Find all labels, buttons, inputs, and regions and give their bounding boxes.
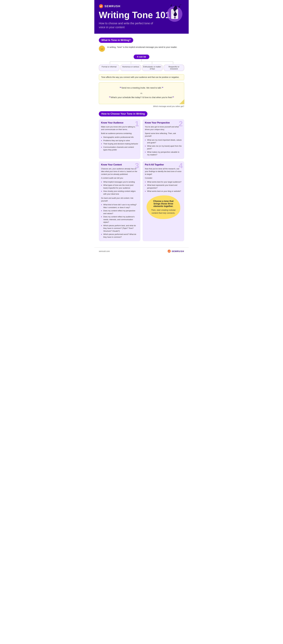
how-to-section: How to Choose Your Tone in Writing 1 Kno…: [99, 111, 184, 241]
close-quote-2: ": [172, 96, 174, 100]
svg-line-11: [180, 4, 181, 5]
footer-logo-icon: [167, 250, 171, 253]
tone-type-3: Enthusiastic or matter-of-fact: [142, 65, 163, 71]
card-intro-1: Make sure you know who you're talking to…: [101, 126, 138, 131]
card-list-item: What makes my perspective valuable to my…: [145, 151, 182, 156]
footer-logo: SEMRUSH: [167, 250, 184, 253]
card-list-item: Demographic and/or professional info: [101, 136, 138, 138]
card-list-item: What are my most important ideals, value…: [145, 138, 182, 144]
card-list-item: Which pieces perform best, and what do t…: [101, 224, 138, 232]
open-quote-1: ": [120, 86, 121, 90]
card-subheading-2: Spend some time reflecting. Then, ask yo…: [145, 132, 182, 138]
card-title-3: Know Your Content: [101, 164, 138, 166]
quote-box: "Send me a meeting invite. We need to ta…: [99, 82, 184, 104]
vs-text: vs.: [102, 92, 181, 94]
card-list-item: What kind of tone did I use in my writin…: [101, 203, 138, 209]
cards-row-1: 1 Know Your Audience Make sure you know …: [99, 119, 184, 159]
card-subheading-3b: Go back and audit your old content. Ask …: [101, 197, 138, 202]
cta-bold-text: Choose a tone that brings those three el…: [150, 200, 176, 208]
card-title-2: Know Your Perspective: [145, 122, 182, 124]
card-list-item: Which pieces performed worst? What do th…: [101, 233, 138, 238]
semrush-logo-icon: [99, 4, 103, 8]
card-intro-2: You've also got to know yourself and wha…: [145, 126, 182, 131]
tone-impact-box: Tone affects the way you connect with yo…: [99, 74, 184, 80]
tone-tree: it can be Formal or informal Humorous or…: [99, 54, 184, 71]
card-list-3b: What kind of tone did I use in my writin…: [101, 203, 138, 238]
card-list-item: Communication channels and content types…: [101, 146, 138, 151]
card-list-item: What best represents your brand and pers…: [145, 184, 182, 189]
close-quote-1: ": [162, 86, 163, 90]
quote-2: What's your schedule like today? I'd lov…: [111, 96, 172, 98]
how-to-section-label: How to Choose Your Tone in Writing: [99, 111, 147, 116]
card-list-item: What types of tone are the most (and lea…: [101, 184, 138, 189]
tone-intro: 😊 In writing, "tone" is the implicit emo…: [99, 46, 184, 52]
card-know-audience: 1 Know Your Audience Make sure you know …: [99, 119, 140, 159]
tone-types-list: Formal or informal Humorous or serious E…: [99, 65, 184, 71]
svg-point-12: [171, 5, 172, 6]
cta-regular-text: Then, start creating rockstar content th…: [150, 209, 176, 214]
card-subheading-4: Consider:: [145, 177, 182, 180]
card-list-item: Their buying and decision-making behavio…: [101, 142, 138, 145]
card-list-item: What works best for your target audience…: [145, 180, 182, 184]
footer-url: semrush.com: [99, 250, 110, 252]
cta-blob: Choose a tone that brings those three el…: [147, 196, 180, 219]
tone-type-4: Respectful or irreverent: [164, 65, 184, 71]
tone-type-1: Formal or informal: [99, 65, 119, 71]
what-is-tone-label: What Is Tone in Writing?: [99, 38, 133, 43]
card-intro-4: Now that you've done all the research, u…: [145, 168, 182, 176]
card-list-item: How closely your existing content aligns…: [101, 190, 138, 195]
card-list-item: What implicit messages you're sending: [101, 180, 138, 184]
quote-1: Send me a meeting invite. We need to tal…: [121, 86, 162, 89]
brand-name: SEMRUSH: [104, 5, 120, 8]
card-number-1: 1: [135, 120, 139, 128]
card-list-item: Does my content reflect my audience's ne…: [101, 215, 138, 224]
card-title-1: Know Your Audience: [101, 122, 138, 124]
card-subheading-3: A content audit can tell you:: [101, 177, 138, 180]
card-title-4: Put It All Together: [145, 164, 182, 166]
tree-lines-svg: [99, 59, 184, 64]
cards-row-2: 3 Know Your Content Chances are, your au…: [99, 161, 184, 241]
card-subheading-1: Build an audience persona containing:: [101, 132, 138, 135]
card-list-item: Does my content reflect my perspective a…: [101, 209, 138, 215]
svg-marker-20: [179, 99, 184, 104]
card-know-perspective: 2 Know Your Perspective You've also got …: [143, 119, 184, 159]
what-is-tone-section: What Is Tone in Writing? 😊 In writing, "…: [99, 38, 184, 107]
card-know-content: 3 Know Your Content Chances are, your au…: [99, 161, 140, 241]
card-list-item: What works best on your blog or website?: [145, 190, 182, 193]
card-number-4: 4: [179, 162, 183, 169]
card-list-1: Demographic and/or professional info Pro…: [101, 136, 138, 151]
quote-text-2: "What's your schedule like today? I'd lo…: [102, 95, 181, 101]
open-quote-2: ": [109, 96, 111, 100]
quote-text: "Send me a meeting invite. We need to ta…: [102, 85, 181, 92]
page-subtitle: How to choose and write the perfect tone…: [99, 21, 158, 29]
corner-fold-icon: [179, 99, 184, 104]
card-list-4: What works best for your target audience…: [145, 180, 182, 193]
card-number-2: 2: [179, 120, 183, 128]
main-content: What Is Tone in Writing? 😊 In writing, "…: [94, 34, 189, 247]
it-can-be-pill: it can be: [134, 54, 149, 59]
card-intro-3: Chances are, your audience already has a…: [101, 168, 138, 176]
svg-point-9: [178, 6, 180, 8]
footer: semrush.com SEMRUSH: [94, 247, 189, 255]
card-list-2: What are my most important ideals, value…: [145, 138, 182, 156]
tone-emoji-icon: 😊: [99, 46, 105, 52]
card-number-3: 3: [135, 162, 139, 169]
card-list-item: What sets me (or my brand) apart from th…: [145, 145, 182, 150]
header-illustration: [163, 2, 186, 24]
footer-brand-name: SEMRUSH: [172, 250, 184, 252]
which-message-text: Which message would you rather get?: [99, 105, 184, 107]
header-section: SEMRUSH Writing Tone 101 How to choose a…: [94, 0, 189, 34]
tone-type-2: Humorous or serious: [120, 65, 141, 71]
card-list-3: What implicit messages you're sending Wh…: [101, 180, 138, 196]
card-list-item: Problems they are trying to solve: [101, 139, 138, 142]
tone-intro-text: In writing, "tone" is the implicit emoti…: [107, 46, 177, 49]
card-put-together: 4 Put It All Together Now that you've do…: [143, 161, 184, 241]
